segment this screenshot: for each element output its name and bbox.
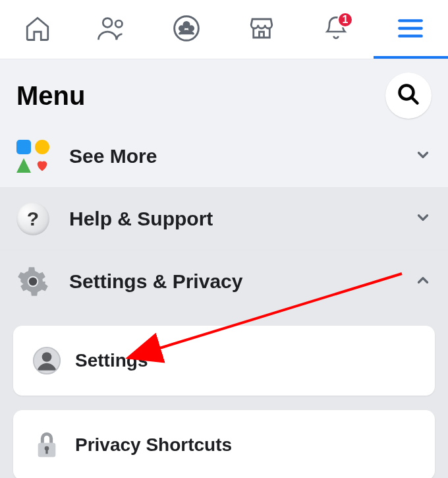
card-privacy-shortcuts[interactable]: Privacy Shortcuts xyxy=(13,410,435,478)
svg-line-10 xyxy=(412,98,418,104)
help-label: Help & Support xyxy=(69,208,414,230)
hamburger-icon xyxy=(397,17,424,42)
chevron-up-icon xyxy=(414,272,432,291)
svg-point-11 xyxy=(29,278,38,286)
card-settings[interactable]: Settings xyxy=(13,326,435,396)
nav-marketplace[interactable] xyxy=(224,0,298,59)
settings-privacy-label: Settings & Privacy xyxy=(69,270,414,293)
svg-point-1 xyxy=(115,20,122,27)
svg-rect-17 xyxy=(45,450,47,454)
nav-friends[interactable] xyxy=(74,0,149,59)
see-more-label: See More xyxy=(69,145,414,167)
top-nav: 1 xyxy=(0,0,448,59)
notifications-badge: 1 xyxy=(337,12,353,28)
row-see-more[interactable]: See More xyxy=(0,125,448,188)
row-settings-privacy[interactable]: Settings & Privacy xyxy=(0,251,448,313)
search-button[interactable] xyxy=(385,73,432,119)
nav-notifications[interactable]: 1 xyxy=(298,0,373,59)
lock-icon xyxy=(32,430,62,460)
settings-person-icon xyxy=(32,345,62,376)
page-title: Menu xyxy=(16,81,85,111)
see-more-icon xyxy=(16,140,49,173)
privacy-shortcuts-label: Privacy Shortcuts xyxy=(75,434,232,456)
groups-icon xyxy=(172,14,201,45)
help-icon: ? xyxy=(16,202,49,235)
menu-header: Menu xyxy=(0,59,448,125)
marketplace-icon xyxy=(248,15,275,45)
svg-point-4 xyxy=(180,26,184,30)
svg-point-5 xyxy=(189,26,194,30)
settings-label: Settings xyxy=(75,350,148,371)
chevron-down-icon xyxy=(414,146,432,166)
gear-icon xyxy=(16,265,49,298)
svg-point-3 xyxy=(184,22,189,27)
nav-home[interactable] xyxy=(0,0,74,59)
chevron-down-icon xyxy=(414,209,432,229)
search-icon xyxy=(397,82,420,109)
home-icon xyxy=(24,15,51,45)
svg-point-0 xyxy=(103,18,112,27)
settings-privacy-submenu: Settings Privacy Shortcuts xyxy=(0,313,448,478)
svg-point-13 xyxy=(42,352,52,362)
nav-groups[interactable] xyxy=(150,0,224,59)
friends-icon xyxy=(96,15,128,45)
row-help-support[interactable]: ? Help & Support xyxy=(0,188,448,251)
nav-menu[interactable] xyxy=(374,0,448,59)
